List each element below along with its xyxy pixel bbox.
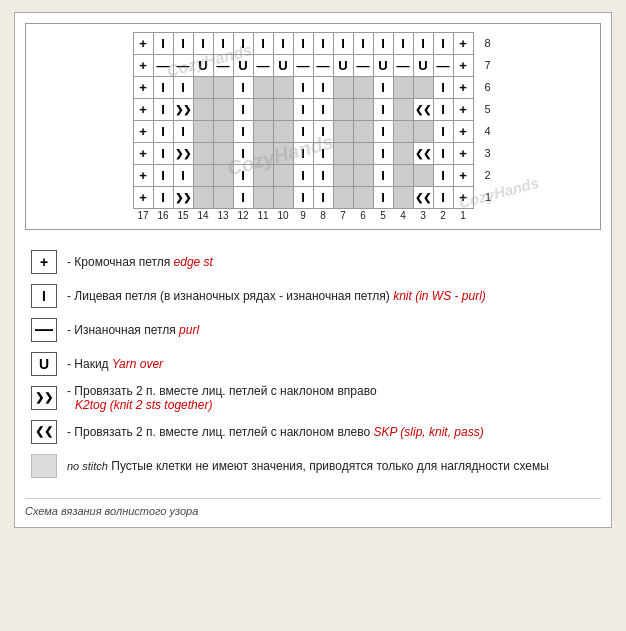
k2tog-icon: ❯❯ bbox=[35, 391, 53, 404]
grid-cell: U bbox=[273, 55, 293, 77]
grid-cell bbox=[273, 165, 293, 187]
legend-ru-k2tog: - Провязать 2 п. вместе лиц. петлей с на… bbox=[67, 384, 377, 398]
grid-cell: I bbox=[353, 33, 373, 55]
grid-cell: I bbox=[173, 121, 193, 143]
row-number: 5 bbox=[473, 99, 493, 121]
legend-item-k2tog: ❯❯ - Провязать 2 п. вместе лиц. петлей с… bbox=[31, 384, 595, 412]
legend-en-skp: SKP (slip, knit, pass) bbox=[373, 425, 483, 439]
legend-item-purl: — - Изнаночная петля purl bbox=[31, 316, 595, 344]
legend-text-skp: - Провязать 2 п. вместе лиц. петлей с на… bbox=[67, 425, 595, 439]
grid-cell bbox=[393, 165, 413, 187]
grid-cell bbox=[193, 165, 213, 187]
grid-cell: U bbox=[373, 55, 393, 77]
grid-cell: ❯❯ bbox=[173, 187, 193, 209]
grid-cell: I bbox=[433, 33, 453, 55]
knit-grid: + I I I I I I I I I I I I I I I + 8 bbox=[133, 32, 494, 225]
grid-cell bbox=[393, 143, 413, 165]
legend-symbol-nostitch bbox=[31, 454, 57, 478]
grid-row-4: + I I I I I I I + 4 bbox=[133, 121, 493, 143]
grid-cell bbox=[253, 121, 273, 143]
bottom-label: Схема вязания волнистого узора bbox=[25, 498, 601, 517]
grid-cell: I bbox=[253, 33, 273, 55]
grid-cell: — bbox=[173, 55, 193, 77]
grid-cell: ❮❮ bbox=[413, 187, 433, 209]
legend-ru-nostitch: Пустые клетки не имеют значения, приводя… bbox=[111, 459, 549, 473]
col-number: 11 bbox=[253, 209, 273, 225]
grid-cell bbox=[253, 99, 273, 121]
row-number: 8 bbox=[473, 33, 493, 55]
grid-cell bbox=[393, 99, 413, 121]
legend-symbol-k2tog: ❯❯ bbox=[31, 386, 57, 410]
grid-cell: + bbox=[453, 143, 473, 165]
grid-cell bbox=[333, 143, 353, 165]
col-number: 9 bbox=[293, 209, 313, 225]
grid-cell: I bbox=[153, 77, 173, 99]
plus-icon: + bbox=[40, 254, 48, 270]
grid-cell: I bbox=[373, 187, 393, 209]
grid-cell: U bbox=[193, 55, 213, 77]
grid-cell: — bbox=[293, 55, 313, 77]
grid-cell: I bbox=[333, 33, 353, 55]
grid-cell: I bbox=[373, 99, 393, 121]
legend-text-purl: - Изнаночная петля purl bbox=[67, 323, 595, 337]
grid-cell: — bbox=[253, 55, 273, 77]
grid-cell bbox=[333, 77, 353, 99]
grid-cell: I bbox=[293, 187, 313, 209]
grid-cell bbox=[413, 165, 433, 187]
col-number: 17 bbox=[133, 209, 153, 225]
grid-cell bbox=[273, 77, 293, 99]
grid-cell: + bbox=[453, 55, 473, 77]
col-number: 15 bbox=[173, 209, 193, 225]
grid-cell: I bbox=[173, 77, 193, 99]
grid-cell: I bbox=[293, 77, 313, 99]
grid-cell: — bbox=[153, 55, 173, 77]
grid-cell bbox=[213, 143, 233, 165]
grid-row-8: + I I I I I I I I I I I I I I I + 8 bbox=[133, 33, 493, 55]
row-number: 6 bbox=[473, 77, 493, 99]
skp-icon: ❮❮ bbox=[35, 425, 53, 438]
grid-cell bbox=[273, 143, 293, 165]
grid-cell: ❯❯ bbox=[173, 143, 193, 165]
grid-cell: — bbox=[213, 55, 233, 77]
grid-cell: U bbox=[333, 55, 353, 77]
grid-cell: I bbox=[233, 33, 253, 55]
grid-cell: I bbox=[233, 143, 253, 165]
grid-cell: I bbox=[173, 165, 193, 187]
col-number: 16 bbox=[153, 209, 173, 225]
grid-cell: I bbox=[433, 99, 453, 121]
legend-text-edge: - Кромочная петля edge st bbox=[67, 255, 595, 269]
grid-cell bbox=[273, 99, 293, 121]
grid-cell: I bbox=[153, 121, 173, 143]
grid-cell bbox=[353, 121, 373, 143]
grid-cell: I bbox=[373, 165, 393, 187]
legend-symbol-u: U bbox=[31, 352, 57, 376]
grid-cell: I bbox=[433, 77, 453, 99]
grid-cell: + bbox=[453, 187, 473, 209]
grid-row-1: + I ❯❯ I I I I ❮❮ I + 1 bbox=[133, 187, 493, 209]
grid-cell: I bbox=[153, 143, 173, 165]
grid-cell: I bbox=[373, 121, 393, 143]
grid-cell bbox=[333, 121, 353, 143]
grid-cell: I bbox=[373, 143, 393, 165]
col-number: 8 bbox=[313, 209, 333, 225]
col-number: 5 bbox=[373, 209, 393, 225]
grid-cell: + bbox=[133, 121, 153, 143]
grid-cell bbox=[353, 143, 373, 165]
legend: + - Кромочная петля edge st I - Лицевая … bbox=[25, 244, 601, 490]
main-container: CozyHands CozyHands CozyHands + I I I I … bbox=[14, 12, 612, 528]
grid-cell: I bbox=[413, 33, 433, 55]
grid-cell: + bbox=[133, 143, 153, 165]
col-number: 13 bbox=[213, 209, 233, 225]
grid-cell: + bbox=[133, 33, 153, 55]
grid-cell: + bbox=[453, 165, 473, 187]
legend-en-edge: edge st bbox=[174, 255, 213, 269]
grid-cell: I bbox=[293, 165, 313, 187]
grid-wrapper: CozyHands CozyHands CozyHands + I I I I … bbox=[25, 23, 601, 230]
grid-cell: I bbox=[193, 33, 213, 55]
grid-cell: + bbox=[453, 77, 473, 99]
grid-cell: + bbox=[133, 187, 153, 209]
grid-row-2: + I I I I I I I + 2 bbox=[133, 165, 493, 187]
grid-cell bbox=[213, 165, 233, 187]
col-number: 2 bbox=[433, 209, 453, 225]
row-number: 1 bbox=[473, 187, 493, 209]
